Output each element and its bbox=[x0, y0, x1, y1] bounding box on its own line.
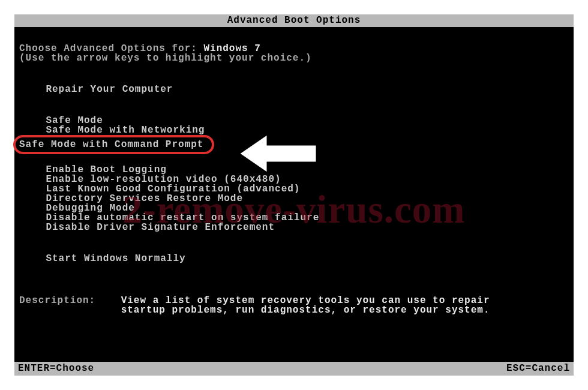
menu-item-last-known-good[interactable]: Last Known Good Configuration (advanced) bbox=[19, 184, 569, 194]
selection-highlight: Safe Mode with Command Prompt bbox=[13, 135, 214, 154]
menu-item-debugging[interactable]: Debugging Mode bbox=[19, 203, 569, 213]
description-line-1: View a list of system recovery tools you… bbox=[121, 296, 490, 305]
spacer bbox=[19, 285, 569, 296]
menu-item-ds-restore[interactable]: Directory Services Restore Mode bbox=[19, 194, 569, 203]
spacer bbox=[19, 232, 569, 254]
footer-bar: ENTER=Choose ESC=Cancel bbox=[14, 362, 574, 376]
menu-item-disable-auto-restart[interactable]: Disable automatic restart on system fail… bbox=[19, 213, 569, 223]
screen-title: Advanced Boot Options bbox=[227, 15, 361, 26]
description-text: View a list of system recovery tools you… bbox=[121, 296, 490, 315]
footer-esc-hint: ESC=Cancel bbox=[506, 364, 570, 373]
footer-enter-hint: ENTER=Choose bbox=[18, 364, 94, 373]
spacer bbox=[19, 263, 569, 285]
menu-item-start-normally[interactable]: Start Windows Normally bbox=[19, 254, 569, 263]
menu-item-repair[interactable]: Repair Your Computer bbox=[19, 85, 569, 94]
menu-item-disable-driver-sig[interactable]: Disable Driver Signature Enforcement bbox=[19, 223, 569, 232]
spacer bbox=[19, 63, 569, 85]
annotation-arrow-icon bbox=[236, 130, 319, 177]
prompt-line: Choose Advanced Options for: Windows 7 bbox=[19, 44, 569, 53]
title-bar: Advanced Boot Options bbox=[14, 14, 574, 27]
spacer bbox=[19, 94, 569, 116]
prompt-hint: (Use the arrow keys to highlight your ch… bbox=[19, 53, 569, 63]
boot-screen: Advanced Boot Options Choose Advanced Op… bbox=[14, 14, 574, 376]
description-label: Description: bbox=[19, 296, 121, 315]
description-line-2: startup problems, run diagnostics, or re… bbox=[121, 305, 490, 315]
menu-item-safe-mode[interactable]: Safe Mode bbox=[19, 116, 569, 125]
description-block: Description: View a list of system recov… bbox=[19, 296, 569, 315]
